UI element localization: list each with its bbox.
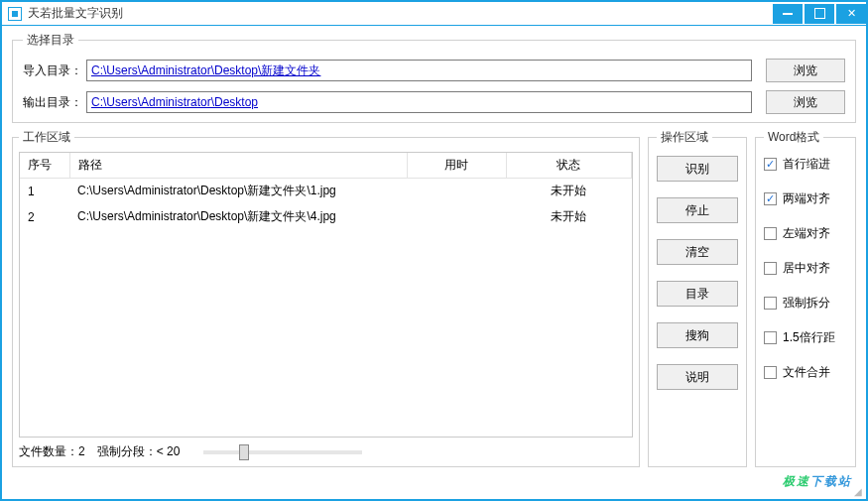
checkbox-icon[interactable] <box>764 158 777 171</box>
minimize-button[interactable] <box>773 4 803 24</box>
work-group: 工作区域 序号 路径 用时 状态 1C:\Users\Administrator… <box>12 129 640 467</box>
sogou-button[interactable]: 搜狗 <box>657 322 738 348</box>
col-seq[interactable]: 序号 <box>20 153 69 179</box>
table-header-row: 序号 路径 用时 状态 <box>20 153 632 179</box>
output-browse-button[interactable]: 浏览 <box>766 90 845 114</box>
output-input[interactable] <box>86 91 752 113</box>
word-option-label: 左端对齐 <box>783 225 830 242</box>
work-footer: 文件数量：2 强制分段：< 20 <box>19 438 633 460</box>
resize-grip-icon[interactable] <box>850 483 862 495</box>
work-legend: 工作区域 <box>19 129 74 146</box>
force-seg-label: 强制分段：< 20 <box>97 443 181 460</box>
file-table[interactable]: 序号 路径 用时 状态 1C:\Users\Administrator\Desk… <box>19 152 633 438</box>
checkbox-icon[interactable] <box>764 192 777 205</box>
stop-button[interactable]: 停止 <box>657 197 738 223</box>
output-row: 输出目录： 浏览 <box>23 90 845 114</box>
ops-legend: 操作区域 <box>657 129 712 146</box>
content: 选择目录 导入目录： 浏览 输出目录： 浏览 工作区域 序号 路径 用时 <box>0 26 868 501</box>
word-option-label: 首行缩进 <box>783 156 830 173</box>
window-title: 天若批量文字识别 <box>28 5 771 22</box>
checkbox-icon[interactable] <box>764 262 777 275</box>
import-row: 导入目录： 浏览 <box>23 59 845 82</box>
cell-status: 未开始 <box>506 179 632 204</box>
app-icon <box>8 7 22 21</box>
dir-button[interactable]: 目录 <box>657 281 738 307</box>
directory-legend: 选择目录 <box>23 32 78 49</box>
word-option[interactable]: 强制拆分 <box>764 295 847 312</box>
word-option-label: 居中对齐 <box>783 260 830 277</box>
file-count-label: 文件数量：2 <box>19 443 85 460</box>
window-controls <box>771 4 866 24</box>
word-option[interactable]: 文件合并 <box>764 364 847 381</box>
col-status[interactable]: 状态 <box>506 153 632 179</box>
help-button[interactable]: 说明 <box>657 364 738 390</box>
word-option-label: 1.5倍行距 <box>783 329 835 346</box>
import-input[interactable] <box>86 60 752 81</box>
word-option[interactable]: 居中对齐 <box>764 260 847 277</box>
clear-button[interactable]: 清空 <box>657 239 738 265</box>
word-group: Word格式 首行缩进两端对齐左端对齐居中对齐强制拆分1.5倍行距文件合并 <box>755 129 856 467</box>
word-option-label: 强制拆分 <box>783 295 830 312</box>
directory-group: 选择目录 导入目录： 浏览 输出目录： 浏览 <box>12 32 856 123</box>
maximize-button[interactable] <box>805 4 834 24</box>
col-time[interactable]: 用时 <box>407 153 506 179</box>
word-option[interactable]: 首行缩进 <box>764 156 847 173</box>
cell-status: 未开始 <box>506 204 632 230</box>
cell-path: C:\Users\Administrator\Desktop\新建文件夹\1.j… <box>69 179 407 204</box>
word-option[interactable]: 1.5倍行距 <box>764 329 847 346</box>
cell-time <box>407 179 506 204</box>
lower-area: 工作区域 序号 路径 用时 状态 1C:\Users\Administrator… <box>12 129 856 473</box>
word-option-label: 两端对齐 <box>783 190 830 207</box>
import-label: 导入目录： <box>23 63 86 79</box>
table-row[interactable]: 1C:\Users\Administrator\Desktop\新建文件夹\1.… <box>20 179 632 204</box>
checkbox-icon[interactable] <box>764 227 777 240</box>
cell-seq: 2 <box>20 204 69 230</box>
import-browse-button[interactable]: 浏览 <box>766 59 845 82</box>
checkbox-icon[interactable] <box>764 366 777 379</box>
cell-path: C:\Users\Administrator\Desktop\新建文件夹\4.j… <box>69 204 407 230</box>
cell-time <box>407 204 506 230</box>
titlebar: 天若批量文字识别 <box>0 0 868 26</box>
checkbox-icon[interactable] <box>764 331 777 344</box>
force-seg-slider[interactable] <box>199 450 366 454</box>
recognize-button[interactable]: 识别 <box>657 156 738 182</box>
cell-seq: 1 <box>20 179 69 204</box>
word-option[interactable]: 两端对齐 <box>764 190 847 207</box>
word-option[interactable]: 左端对齐 <box>764 225 847 242</box>
word-option-label: 文件合并 <box>783 364 830 381</box>
col-path[interactable]: 路径 <box>69 153 407 179</box>
output-label: 输出目录： <box>23 94 86 111</box>
checkbox-icon[interactable] <box>764 297 777 310</box>
slider-thumb[interactable] <box>239 444 249 460</box>
table-row[interactable]: 2C:\Users\Administrator\Desktop\新建文件夹\4.… <box>20 204 632 230</box>
word-legend: Word格式 <box>764 129 823 146</box>
close-button[interactable] <box>836 4 866 24</box>
ops-group: 操作区域 识别 停止 清空 目录 搜狗 说明 <box>648 129 747 467</box>
